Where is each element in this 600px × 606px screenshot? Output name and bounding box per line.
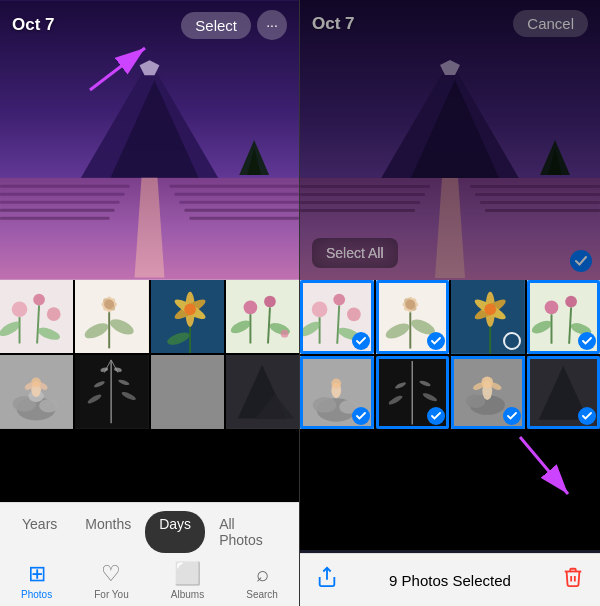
select-all-button[interactable]: Select All [312, 238, 398, 268]
search-icon: ⌕ [256, 561, 269, 587]
header-actions-right: Cancel [513, 10, 588, 37]
svg-rect-86 [300, 201, 420, 204]
svg-point-124 [313, 397, 337, 413]
svg-rect-28 [75, 280, 148, 353]
photo-date-left: Oct 7 [12, 15, 55, 35]
svg-point-117 [565, 296, 577, 308]
svg-point-23 [47, 307, 61, 321]
thumb-item[interactable] [75, 280, 148, 353]
tab-days[interactable]: Days [145, 511, 205, 553]
nav-search-label: Search [246, 589, 278, 600]
thumb-grid-left [0, 280, 299, 353]
tab-navigation: Years Months Days All Photos [0, 511, 299, 553]
more-button[interactable]: ··· [257, 10, 287, 40]
main-photo-left[interactable]: Oct 7 Select ··· [0, 0, 299, 280]
svg-point-95 [347, 307, 361, 321]
thumb-check [352, 332, 370, 350]
svg-rect-88 [470, 185, 600, 188]
svg-rect-89 [475, 193, 600, 196]
thumb-item-selected[interactable] [451, 356, 525, 430]
thumb-check [352, 407, 370, 425]
heart-icon: ♡ [101, 561, 121, 587]
svg-rect-11 [0, 209, 115, 212]
thumb-check [503, 407, 521, 425]
thumbnail-area-left [0, 280, 299, 508]
svg-rect-72 [151, 355, 224, 428]
thumb-check [578, 407, 596, 425]
thumb-item-selected[interactable] [527, 280, 601, 354]
thumb-item[interactable] [151, 280, 224, 353]
thumb-check-empty [503, 332, 521, 350]
thumb-item[interactable] [226, 355, 299, 428]
nav-search[interactable]: ⌕ Search [238, 559, 286, 602]
main-photo-check [570, 250, 592, 272]
svg-rect-14 [174, 193, 299, 196]
tab-all-photos[interactable]: All Photos [205, 511, 291, 553]
select-button[interactable]: Select [181, 12, 251, 39]
cancel-button[interactable]: Cancel [513, 10, 588, 37]
thumb-check [427, 407, 445, 425]
nav-albums[interactable]: ⬜ Albums [163, 559, 212, 602]
selected-count: 9 Photos Selected [389, 572, 511, 589]
svg-rect-90 [480, 201, 600, 204]
thumb-item[interactable] [451, 280, 525, 354]
svg-rect-91 [485, 209, 600, 212]
albums-icon: ⬜ [174, 561, 201, 587]
tab-years[interactable]: Years [8, 511, 71, 553]
svg-point-136 [466, 394, 486, 408]
right-panel: Oct 7 Cancel Select All [300, 0, 600, 606]
svg-point-127 [331, 378, 341, 388]
thumb-item-selected[interactable] [376, 280, 450, 354]
action-bar: 9 Photos Selected [300, 553, 600, 606]
svg-rect-16 [184, 209, 299, 212]
svg-point-45 [243, 301, 257, 315]
photo-header-left: Oct 7 Select ··· [0, 0, 299, 50]
thumb-grid-left-2 [0, 355, 299, 428]
svg-point-22 [33, 294, 45, 306]
svg-rect-13 [169, 185, 299, 188]
bottom-navigation: ⊞ Photos ♡ For You ⬜ Albums ⌕ Search [0, 559, 299, 602]
nav-photos[interactable]: ⊞ Photos [13, 559, 60, 602]
thumb-item-selected[interactable] [300, 356, 374, 430]
svg-point-94 [333, 294, 345, 306]
svg-point-116 [544, 301, 558, 315]
thumb-item-selected[interactable] [300, 280, 374, 354]
svg-rect-10 [0, 201, 120, 204]
thumb-item-selected[interactable] [376, 356, 450, 430]
svg-point-33 [105, 300, 115, 310]
nav-for-you[interactable]: ♡ For You [86, 559, 136, 602]
thumb-item[interactable] [75, 355, 148, 428]
svg-rect-17 [189, 217, 299, 220]
thumb-item[interactable] [226, 280, 299, 353]
thumb-grid-right [300, 280, 600, 354]
tab-bar: Years Months Days All Photos ⊞ Photos ♡ … [0, 502, 299, 606]
svg-rect-12 [0, 217, 110, 220]
svg-point-113 [484, 304, 496, 316]
left-panel: Oct 7 Select ··· [0, 0, 300, 606]
thumb-grid-right-2 [300, 356, 600, 430]
photo-date-right: Oct 7 [312, 14, 355, 34]
thumbnail-area-right [300, 280, 600, 550]
svg-point-105 [405, 300, 415, 310]
svg-point-21 [12, 301, 28, 317]
svg-point-93 [312, 302, 328, 318]
thumb-item[interactable] [151, 355, 224, 428]
thumb-check [427, 332, 445, 350]
delete-button[interactable] [562, 566, 584, 594]
main-photo-right[interactable]: Oct 7 Cancel Select All [300, 0, 600, 280]
svg-rect-15 [179, 201, 299, 204]
tab-months[interactable]: Months [71, 511, 145, 553]
thumb-item[interactable] [0, 355, 73, 428]
share-button[interactable] [316, 566, 338, 594]
thumb-item[interactable] [0, 280, 73, 353]
nav-for-you-label: For You [94, 589, 128, 600]
header-actions-left: Select ··· [181, 10, 287, 40]
svg-point-46 [264, 296, 276, 308]
thumb-item-selected[interactable] [527, 356, 601, 430]
thumb-check [578, 332, 596, 350]
svg-point-55 [39, 399, 59, 413]
svg-point-138 [481, 376, 493, 388]
svg-rect-87 [300, 209, 415, 212]
check-circle [570, 250, 592, 272]
svg-rect-8 [0, 185, 130, 188]
